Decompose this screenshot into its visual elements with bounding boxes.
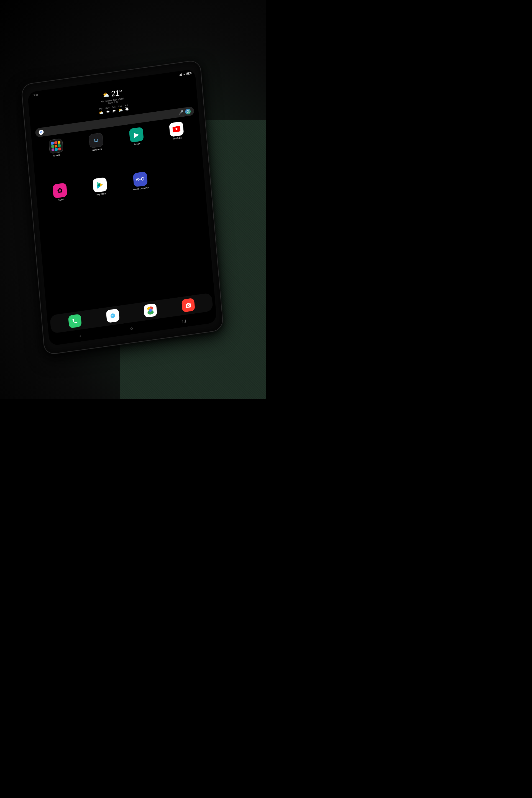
google-logo: G [39, 129, 44, 135]
folder-app-5 [55, 145, 58, 148]
forecast-per: Per ⛅ [99, 108, 104, 115]
svg-line-9 [139, 179, 141, 179]
status-time: 15:38 [32, 93, 39, 97]
google-label: Google [53, 154, 60, 157]
volume-down-button [27, 161, 29, 168]
svg-text:○: ○ [143, 177, 144, 180]
folder-app-3 [57, 141, 60, 144]
pexels-letter: ▶ [134, 131, 139, 139]
svg-point-17 [187, 305, 189, 306]
dock-chrome[interactable] [144, 303, 157, 318]
playstore-svg [96, 180, 104, 190]
lens-svg [186, 110, 190, 114]
signal-icon [179, 73, 182, 76]
google-folder-icon [49, 138, 63, 154]
gamelauncher-label: Game Launcher [133, 186, 149, 191]
forecast-cum: Cum 🌧 [106, 107, 110, 114]
dock-camera-icon [181, 298, 195, 312]
camera-svg [185, 302, 191, 308]
chrome-svg [146, 306, 155, 315]
volume-up-button [25, 139, 27, 146]
pexels-icon: ▶ [129, 127, 144, 143]
playstore-label: Play Store [96, 192, 106, 196]
phone-device: 15:38 ▲ [21, 60, 224, 356]
weather-temperature: 21° [111, 89, 122, 99]
app-google[interactable]: Google [36, 137, 78, 183]
folder-app-2 [54, 141, 57, 144]
google-lens-icon[interactable] [185, 109, 191, 115]
folder-apps [51, 141, 61, 152]
galeri-label: Galeri [58, 198, 64, 202]
folder-app-4 [51, 145, 54, 148]
battery-fill [187, 73, 189, 74]
app-gamelauncher[interactable]: × ○ Game Launcher [120, 170, 162, 216]
galeri-icon: ✿ [52, 183, 67, 198]
pexels-label: Pexels [134, 142, 141, 146]
dock-phone[interactable] [68, 314, 82, 328]
app-pexels[interactable]: ▶ Pexels [117, 125, 158, 172]
svg-text:×: × [141, 176, 143, 179]
gamelauncher-icon: × ○ [133, 172, 148, 187]
dock-phone-icon [68, 314, 82, 328]
svg-marker-6 [100, 183, 103, 187]
gamelauncher-svg: × ○ [135, 175, 145, 184]
youtube-svg [172, 126, 180, 133]
app-lightroom[interactable]: Lr Lightroom [76, 131, 118, 177]
folder-app-9 [58, 147, 61, 150]
recents-button[interactable]: ||| [182, 319, 187, 323]
phone-wrapper: 15:38 ▲ [21, 60, 224, 356]
folder-app-1 [51, 142, 54, 145]
youtube-icon [169, 121, 184, 137]
scene: 15:38 ▲ [0, 0, 266, 399]
weather-icon: ⛅ [102, 91, 110, 99]
svg-point-13 [110, 313, 115, 318]
phone-svg [72, 318, 78, 324]
lightroom-label: Lightroom [92, 148, 102, 152]
galeri-flower: ✿ [57, 187, 63, 195]
app-playstore[interactable]: Play Store [80, 175, 122, 222]
dock-messages[interactable] [106, 309, 120, 323]
folder-app-7 [52, 149, 55, 152]
forecast-pzt: Pzt 🌦 [125, 104, 129, 112]
messages-svg [110, 312, 116, 319]
microphone-icon[interactable]: 🎤 [178, 110, 184, 115]
app-galeri[interactable]: ✿ Galeri [40, 181, 82, 227]
app-youtube[interactable]: YouTube [157, 120, 198, 166]
weather-forecast: Per ⛅ Cum 🌧 Cmt 🌧 Paz [99, 104, 129, 115]
phone-screen: 15:38 ▲ [28, 69, 217, 346]
home-button[interactable]: ○ [130, 326, 134, 332]
wifi-icon: ▲ [183, 73, 186, 76]
forecast-cmt: Cmt 🌧 [112, 106, 116, 113]
dock-chrome-icon [144, 303, 157, 318]
lightroom-icon: Lr [89, 133, 103, 149]
forecast-paz: Paz ⛅ [118, 105, 123, 113]
playstore-icon [93, 177, 108, 193]
battery-icon [187, 72, 191, 75]
dock-camera[interactable] [181, 298, 195, 312]
youtube-label: YouTube [173, 137, 182, 140]
svg-point-10 [137, 179, 138, 180]
folder-app-8 [55, 148, 58, 151]
lightroom-text: Lr [94, 138, 98, 143]
folder-app-6 [58, 144, 61, 147]
dock-messages-icon [106, 309, 120, 323]
back-button[interactable]: ‹ [79, 333, 81, 339]
